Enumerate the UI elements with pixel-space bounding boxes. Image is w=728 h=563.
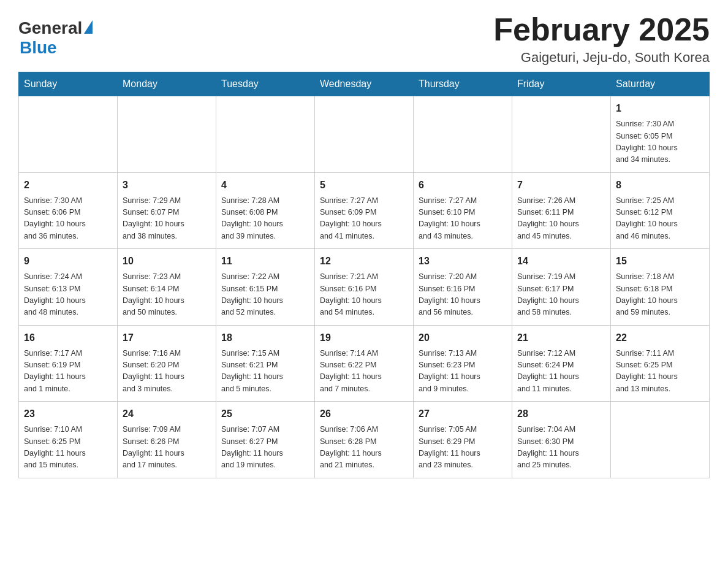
calendar-cell: 1Sunrise: 7:30 AMSunset: 6:05 PMDaylight… bbox=[611, 96, 710, 173]
day-header-saturday: Saturday bbox=[611, 72, 710, 96]
day-info: Sunrise: 7:18 AMSunset: 6:18 PMDaylight:… bbox=[616, 271, 704, 319]
day-header-sunday: Sunday bbox=[19, 72, 118, 96]
day-number: 27 bbox=[419, 407, 507, 421]
day-number: 2 bbox=[24, 178, 112, 193]
day-info: Sunrise: 7:09 AMSunset: 6:26 PMDaylight:… bbox=[123, 424, 211, 472]
day-info: Sunrise: 7:05 AMSunset: 6:29 PMDaylight:… bbox=[419, 424, 507, 472]
day-info: Sunrise: 7:10 AMSunset: 6:25 PMDaylight:… bbox=[24, 424, 112, 472]
day-number: 24 bbox=[123, 407, 211, 421]
day-header-monday: Monday bbox=[118, 72, 216, 96]
day-number: 14 bbox=[517, 254, 605, 269]
day-number: 23 bbox=[24, 407, 112, 421]
day-number: 17 bbox=[123, 331, 211, 345]
day-info: Sunrise: 7:06 AMSunset: 6:28 PMDaylight:… bbox=[320, 424, 408, 472]
calendar-cell: 8Sunrise: 7:25 AMSunset: 6:12 PMDaylight… bbox=[611, 172, 710, 249]
calendar-cell: 2Sunrise: 7:30 AMSunset: 6:06 PMDaylight… bbox=[19, 172, 118, 249]
day-info: Sunrise: 7:14 AMSunset: 6:22 PMDaylight:… bbox=[320, 348, 408, 396]
day-info: Sunrise: 7:11 AMSunset: 6:25 PMDaylight:… bbox=[616, 348, 704, 396]
day-info: Sunrise: 7:29 AMSunset: 6:07 PMDaylight:… bbox=[123, 195, 211, 243]
days-of-week-row: SundayMondayTuesdayWednesdayThursdayFrid… bbox=[19, 72, 710, 96]
page-header: General Blue February 2025 Gaigeturi, Je… bbox=[18, 12, 710, 66]
calendar-cell bbox=[118, 96, 216, 173]
day-info: Sunrise: 7:23 AMSunset: 6:14 PMDaylight:… bbox=[123, 271, 211, 319]
day-info: Sunrise: 7:17 AMSunset: 6:19 PMDaylight:… bbox=[24, 348, 112, 396]
day-header-friday: Friday bbox=[512, 72, 611, 96]
calendar-cell: 24Sunrise: 7:09 AMSunset: 6:26 PMDayligh… bbox=[118, 402, 216, 478]
logo-blue-text: Blue bbox=[20, 38, 57, 58]
day-number: 22 bbox=[616, 331, 704, 345]
logo-general-text: General bbox=[18, 18, 82, 38]
day-info: Sunrise: 7:04 AMSunset: 6:30 PMDaylight:… bbox=[517, 424, 605, 472]
day-info: Sunrise: 7:24 AMSunset: 6:13 PMDaylight:… bbox=[24, 271, 112, 319]
week-row: 9Sunrise: 7:24 AMSunset: 6:13 PMDaylight… bbox=[19, 249, 710, 326]
calendar-title-area: February 2025 Gaigeturi, Jeju-do, South … bbox=[493, 12, 710, 66]
day-number: 16 bbox=[24, 331, 112, 345]
day-info: Sunrise: 7:27 AMSunset: 6:10 PMDaylight:… bbox=[419, 195, 507, 243]
day-number: 5 bbox=[320, 178, 408, 193]
calendar-body: 1Sunrise: 7:30 AMSunset: 6:05 PMDaylight… bbox=[19, 96, 710, 478]
day-number: 26 bbox=[320, 407, 408, 421]
day-number: 15 bbox=[616, 254, 704, 269]
calendar-cell: 11Sunrise: 7:22 AMSunset: 6:15 PMDayligh… bbox=[216, 249, 315, 326]
calendar-cell: 17Sunrise: 7:16 AMSunset: 6:20 PMDayligh… bbox=[118, 325, 216, 402]
calendar-cell bbox=[512, 96, 611, 173]
calendar-cell: 16Sunrise: 7:17 AMSunset: 6:19 PMDayligh… bbox=[19, 325, 118, 402]
calendar-cell: 21Sunrise: 7:12 AMSunset: 6:24 PMDayligh… bbox=[512, 325, 611, 402]
day-header-wednesday: Wednesday bbox=[315, 72, 414, 96]
week-row: 23Sunrise: 7:10 AMSunset: 6:25 PMDayligh… bbox=[19, 402, 710, 478]
logo-triangle-icon bbox=[84, 20, 93, 34]
day-info: Sunrise: 7:27 AMSunset: 6:09 PMDaylight:… bbox=[320, 195, 408, 243]
day-info: Sunrise: 7:22 AMSunset: 6:15 PMDaylight:… bbox=[221, 271, 309, 319]
day-info: Sunrise: 7:26 AMSunset: 6:11 PMDaylight:… bbox=[517, 195, 605, 243]
week-row: 2Sunrise: 7:30 AMSunset: 6:06 PMDaylight… bbox=[19, 172, 710, 249]
calendar-subtitle: Gaigeturi, Jeju-do, South Korea bbox=[493, 50, 710, 66]
calendar-cell: 28Sunrise: 7:04 AMSunset: 6:30 PMDayligh… bbox=[512, 402, 611, 478]
calendar-title: February 2025 bbox=[493, 12, 710, 47]
calendar-cell bbox=[19, 96, 118, 173]
calendar-cell bbox=[414, 96, 512, 173]
calendar-cell: 14Sunrise: 7:19 AMSunset: 6:17 PMDayligh… bbox=[512, 249, 611, 326]
day-number: 1 bbox=[616, 101, 704, 116]
calendar-cell: 10Sunrise: 7:23 AMSunset: 6:14 PMDayligh… bbox=[118, 249, 216, 326]
calendar-cell: 5Sunrise: 7:27 AMSunset: 6:09 PMDaylight… bbox=[315, 172, 414, 249]
day-number: 10 bbox=[123, 254, 211, 269]
calendar-cell: 6Sunrise: 7:27 AMSunset: 6:10 PMDaylight… bbox=[414, 172, 512, 249]
calendar-cell: 19Sunrise: 7:14 AMSunset: 6:22 PMDayligh… bbox=[315, 325, 414, 402]
week-row: 1Sunrise: 7:30 AMSunset: 6:05 PMDaylight… bbox=[19, 96, 710, 173]
day-number: 12 bbox=[320, 254, 408, 269]
day-number: 28 bbox=[517, 407, 605, 421]
day-info: Sunrise: 7:12 AMSunset: 6:24 PMDaylight:… bbox=[517, 348, 605, 396]
logo: General Blue bbox=[18, 12, 93, 58]
day-info: Sunrise: 7:21 AMSunset: 6:16 PMDaylight:… bbox=[320, 271, 408, 319]
calendar-cell: 3Sunrise: 7:29 AMSunset: 6:07 PMDaylight… bbox=[118, 172, 216, 249]
day-number: 3 bbox=[123, 178, 211, 193]
day-info: Sunrise: 7:30 AMSunset: 6:05 PMDaylight:… bbox=[616, 118, 704, 166]
calendar-cell: 26Sunrise: 7:06 AMSunset: 6:28 PMDayligh… bbox=[315, 402, 414, 478]
calendar-cell: 7Sunrise: 7:26 AMSunset: 6:11 PMDaylight… bbox=[512, 172, 611, 249]
calendar-cell: 4Sunrise: 7:28 AMSunset: 6:08 PMDaylight… bbox=[216, 172, 315, 249]
day-number: 6 bbox=[419, 178, 507, 193]
day-number: 9 bbox=[24, 254, 112, 269]
day-info: Sunrise: 7:20 AMSunset: 6:16 PMDaylight:… bbox=[419, 271, 507, 319]
calendar-cell: 18Sunrise: 7:15 AMSunset: 6:21 PMDayligh… bbox=[216, 325, 315, 402]
day-info: Sunrise: 7:07 AMSunset: 6:27 PMDaylight:… bbox=[221, 424, 309, 472]
day-number: 11 bbox=[221, 254, 309, 269]
calendar-cell bbox=[216, 96, 315, 173]
day-info: Sunrise: 7:16 AMSunset: 6:20 PMDaylight:… bbox=[123, 348, 211, 396]
calendar-cell: 15Sunrise: 7:18 AMSunset: 6:18 PMDayligh… bbox=[611, 249, 710, 326]
day-header-tuesday: Tuesday bbox=[216, 72, 315, 96]
day-number: 25 bbox=[221, 407, 309, 421]
calendar-cell bbox=[611, 402, 710, 478]
day-info: Sunrise: 7:15 AMSunset: 6:21 PMDaylight:… bbox=[221, 348, 309, 396]
day-info: Sunrise: 7:19 AMSunset: 6:17 PMDaylight:… bbox=[517, 271, 605, 319]
day-number: 7 bbox=[517, 178, 605, 193]
calendar-header: SundayMondayTuesdayWednesdayThursdayFrid… bbox=[19, 72, 710, 96]
day-number: 19 bbox=[320, 331, 408, 345]
day-info: Sunrise: 7:28 AMSunset: 6:08 PMDaylight:… bbox=[221, 195, 309, 243]
day-number: 4 bbox=[221, 178, 309, 193]
calendar-cell: 27Sunrise: 7:05 AMSunset: 6:29 PMDayligh… bbox=[414, 402, 512, 478]
calendar-cell: 20Sunrise: 7:13 AMSunset: 6:23 PMDayligh… bbox=[414, 325, 512, 402]
calendar-cell: 22Sunrise: 7:11 AMSunset: 6:25 PMDayligh… bbox=[611, 325, 710, 402]
day-header-thursday: Thursday bbox=[414, 72, 512, 96]
day-number: 20 bbox=[419, 331, 507, 345]
